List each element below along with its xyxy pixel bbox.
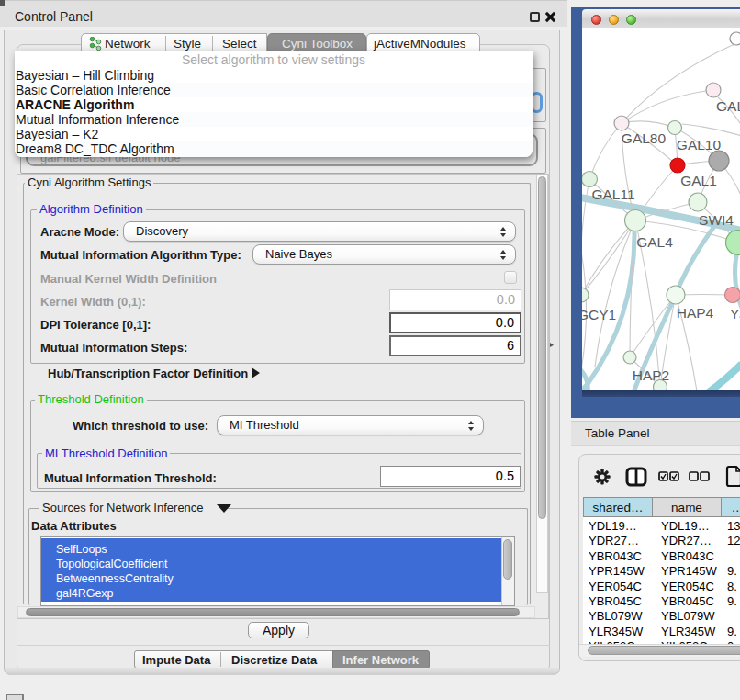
svg-text:GCY1: GCY1 <box>582 307 616 322</box>
svg-text:SWI4: SWI4 <box>699 212 734 228</box>
svg-text:HAP4: HAP4 <box>677 305 714 321</box>
svg-text:GAL80: GAL80 <box>622 130 667 146</box>
svg-text:YJ: YJ <box>730 306 740 322</box>
svg-text:GAL1: GAL1 <box>680 173 717 188</box>
svg-text:HAP2: HAP2 <box>633 367 670 383</box>
svg-text:GAL4: GAL4 <box>636 234 673 250</box>
svg-text:GAL10: GAL10 <box>677 137 722 152</box>
svg-text:GAL7: GAL7 <box>716 98 740 114</box>
svg-text:GAL11: GAL11 <box>591 186 634 202</box>
